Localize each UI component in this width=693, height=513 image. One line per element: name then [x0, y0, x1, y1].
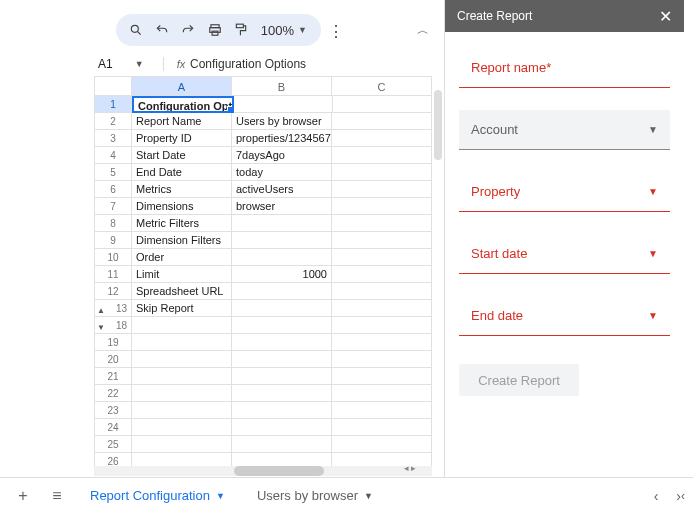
cell[interactable] [232, 385, 332, 402]
cell[interactable] [132, 368, 232, 385]
cell[interactable]: Dimension Filters [132, 232, 232, 249]
vertical-scrollbar[interactable] [434, 78, 442, 464]
cell[interactable] [232, 283, 332, 300]
row-number[interactable]: 1 [94, 96, 132, 113]
vscroll-thumb[interactable] [434, 90, 442, 160]
cell[interactable] [232, 249, 332, 266]
cell[interactable]: today [232, 164, 332, 181]
cell[interactable] [132, 334, 232, 351]
row-number[interactable]: 25 [94, 436, 132, 453]
row-number[interactable]: 3 [94, 130, 132, 147]
start-date-select[interactable]: Start date ▼ [459, 234, 670, 274]
all-sheets-icon[interactable]: ≡ [46, 487, 68, 505]
cell[interactable] [332, 300, 432, 317]
cell[interactable]: Skip Report [132, 300, 232, 317]
cell[interactable]: activeUsers [232, 181, 332, 198]
redo-icon[interactable] [178, 19, 198, 41]
cell[interactable]: Metric Filters [132, 215, 232, 232]
row-number[interactable]: 11 [94, 266, 132, 283]
close-icon[interactable]: ✕ [659, 7, 672, 26]
cell[interactable]: Order [132, 249, 232, 266]
col-header-b[interactable]: B [232, 76, 332, 96]
cell[interactable] [332, 215, 432, 232]
cell[interactable]: Property ID [132, 130, 232, 147]
report-name-field[interactable]: Report name* [459, 48, 670, 88]
cell[interactable] [232, 351, 332, 368]
tab-report-configuration[interactable]: Report Configuration ▼ [80, 482, 235, 509]
row-number[interactable]: 13▲ [94, 300, 132, 317]
cell[interactable] [132, 317, 232, 334]
cell[interactable]: Configuration Options [132, 96, 234, 113]
cell[interactable]: browser [232, 198, 332, 215]
cell[interactable] [232, 436, 332, 453]
cell[interactable] [332, 419, 432, 436]
row-number[interactable]: 22 [94, 385, 132, 402]
cell[interactable]: properties/1234567 [232, 130, 332, 147]
cell[interactable] [132, 385, 232, 402]
cell[interactable] [232, 402, 332, 419]
col-header-c[interactable]: C [332, 76, 432, 96]
row-number[interactable]: 18▼ [94, 317, 132, 334]
hscroll-arrows[interactable]: ◂▸ [404, 463, 416, 473]
cell[interactable] [232, 232, 332, 249]
cell[interactable] [332, 198, 432, 215]
print-icon[interactable] [205, 19, 225, 41]
row-number[interactable]: 9 [94, 232, 132, 249]
collapse-toolbar-icon[interactable]: ︿ [417, 22, 429, 39]
create-report-button[interactable]: Create Report [459, 364, 579, 396]
cell[interactable] [132, 402, 232, 419]
cell[interactable]: Users by browser [232, 113, 332, 130]
cell[interactable]: 7daysAgo [232, 147, 332, 164]
undo-icon[interactable] [152, 19, 172, 41]
more-icon[interactable]: ⋮ [328, 22, 344, 41]
row-number[interactable]: 7 [94, 198, 132, 215]
search-icon[interactable] [126, 19, 146, 41]
name-box[interactable]: A1 ▼ [94, 57, 164, 71]
cell[interactable] [132, 351, 232, 368]
col-header-a[interactable]: A [132, 76, 232, 96]
cell[interactable] [332, 385, 432, 402]
cell[interactable] [132, 436, 232, 453]
cell[interactable] [333, 96, 432, 113]
row-number[interactable]: 2 [94, 113, 132, 130]
cell[interactable] [332, 232, 432, 249]
cell[interactable] [332, 266, 432, 283]
cell[interactable] [232, 215, 332, 232]
formula-text[interactable]: Configuration Options [190, 57, 306, 71]
horizontal-scrollbar[interactable] [94, 466, 432, 476]
cell[interactable]: Dimensions [132, 198, 232, 215]
cell[interactable] [332, 351, 432, 368]
cell[interactable] [332, 402, 432, 419]
account-select[interactable]: Account ▼ [459, 110, 670, 150]
cell[interactable] [332, 368, 432, 385]
cell[interactable]: Limit [132, 266, 232, 283]
cell[interactable] [332, 283, 432, 300]
row-number[interactable]: 10 [94, 249, 132, 266]
cell[interactable]: 1000 [232, 266, 332, 283]
cell[interactable] [332, 130, 432, 147]
row-number[interactable]: 6 [94, 181, 132, 198]
collapse-side-icon[interactable]: ‹ [681, 489, 685, 503]
row-number[interactable]: 20 [94, 351, 132, 368]
row-number[interactable]: 5 [94, 164, 132, 181]
row-number[interactable]: 12 [94, 283, 132, 300]
row-number[interactable]: 23 [94, 402, 132, 419]
cell[interactable] [332, 164, 432, 181]
hscroll-thumb[interactable] [234, 466, 324, 476]
cell[interactable] [332, 147, 432, 164]
row-number[interactable]: 8 [94, 215, 132, 232]
cell[interactable] [332, 249, 432, 266]
cell[interactable] [332, 436, 432, 453]
cell[interactable]: Start Date [132, 147, 232, 164]
cell[interactable]: Report Name [132, 113, 232, 130]
row-number[interactable]: 21 [94, 368, 132, 385]
end-date-select[interactable]: End date ▼ [459, 296, 670, 336]
zoom-select[interactable]: 100% ▼ [257, 23, 311, 38]
cell[interactable] [332, 334, 432, 351]
cell[interactable]: Spreadsheet URL [132, 283, 232, 300]
cell[interactable] [332, 181, 432, 198]
cell[interactable] [232, 419, 332, 436]
cell[interactable]: End Date [132, 164, 232, 181]
cell[interactable] [132, 419, 232, 436]
select-all-corner[interactable] [94, 76, 132, 96]
